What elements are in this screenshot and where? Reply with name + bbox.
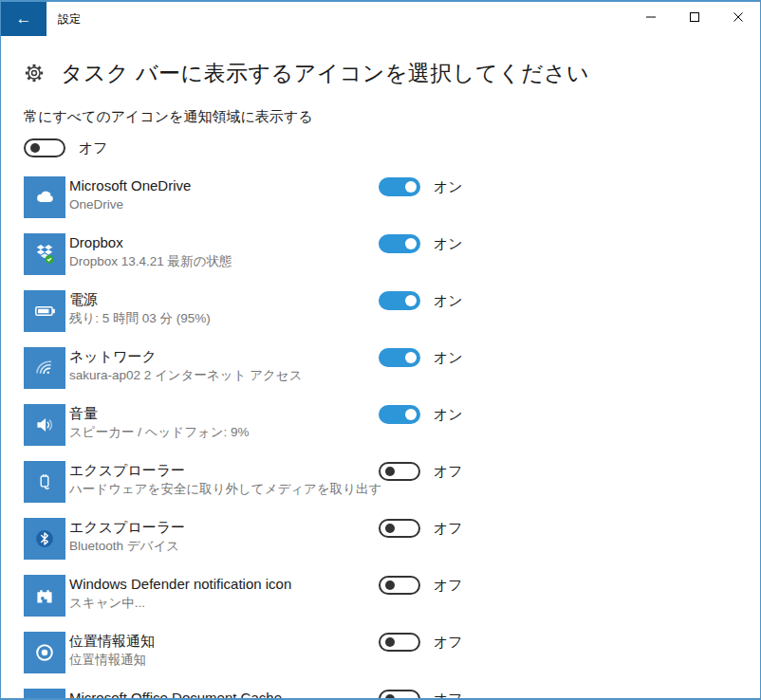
toggle-knob	[405, 409, 417, 420]
list-item-explorer-bluetooth: エクスプローラー Bluetooth デバイス オフ	[24, 510, 760, 567]
row-title: 位置情報通知	[69, 631, 155, 651]
toggle-knob	[385, 524, 395, 533]
page-header: タスク バーに表示するアイコンを選択してください	[24, 58, 760, 88]
app-tile	[24, 176, 65, 218]
office-cache-toggle[interactable]	[379, 690, 420, 700]
toggle-state-label: オン	[434, 235, 463, 253]
row-text: 電源 残り: 5 時間 03 分 (95%)	[69, 289, 211, 327]
row-text: エクスプローラー Bluetooth デバイス	[69, 517, 185, 555]
back-button[interactable]: ←	[1, 2, 46, 36]
toggle-knob	[405, 295, 417, 306]
app-tile	[24, 575, 65, 617]
app-tile	[24, 689, 65, 700]
bluetooth-icon	[32, 526, 57, 551]
toggle-knob	[405, 238, 417, 249]
toggle-knob	[385, 637, 395, 647]
minimize-button[interactable]	[629, 2, 673, 32]
master-toggle[interactable]	[24, 138, 65, 157]
list-item-volume: 音量 スピーカー / ヘッドフォン: 9% オン	[24, 396, 760, 453]
row-text: ネットワーク sakura-ap02 2 インターネット アクセス	[69, 346, 302, 384]
row-title: Microsoft Office Document Cache	[69, 688, 282, 700]
row-title: エクスプローラー	[69, 460, 381, 480]
row-subtitle: ハードウェアを安全に取り外してメディアを取り出す	[69, 480, 381, 498]
list-item-network: ネットワーク sakura-ap02 2 インターネット アクセス オン	[24, 340, 760, 396]
taskbar-icon-list: Microsoft OneDrive OneDrive オン	[24, 169, 760, 700]
row-title: Dropbox	[69, 232, 232, 252]
row-subtitle: OneDrive	[69, 195, 191, 213]
toggle-state-label: オフ	[434, 520, 463, 538]
usb-eject-icon	[32, 470, 57, 494]
row-toggle-group: オフ	[379, 690, 463, 700]
close-icon	[733, 11, 744, 23]
volume-toggle[interactable]	[379, 405, 420, 424]
maximize-icon	[689, 11, 700, 23]
toggle-knob	[385, 580, 395, 590]
explorer-bluetooth-toggle[interactable]	[379, 519, 420, 538]
row-title: 電源	[69, 289, 211, 309]
row-toggle-group: オン	[379, 177, 463, 196]
list-item-office-cache: Microsoft Office Document Cache オフ	[24, 681, 760, 700]
app-tile	[24, 404, 65, 446]
app-title: 設定	[58, 11, 81, 28]
toggle-state-label: オフ	[434, 463, 463, 481]
dropbox-toggle[interactable]	[379, 234, 420, 253]
row-subtitle: Bluetooth デバイス	[69, 537, 185, 555]
toggle-knob	[385, 694, 395, 700]
list-item-onedrive: Microsoft OneDrive OneDrive オン	[24, 169, 760, 226]
app-tile	[24, 461, 65, 503]
location-toggle[interactable]	[379, 633, 420, 652]
window-controls	[629, 2, 760, 32]
explorer-usb-toggle[interactable]	[379, 462, 420, 481]
location-icon	[32, 640, 57, 665]
list-item-power: 電源 残り: 5 時間 03 分 (95%) オン	[24, 283, 760, 340]
wifi-icon	[32, 356, 57, 380]
app-tile	[24, 518, 65, 560]
row-text: Microsoft Office Document Cache	[69, 688, 282, 700]
app-tile	[24, 233, 65, 275]
row-title: エクスプローラー	[69, 517, 185, 537]
dropbox-icon	[32, 242, 57, 267]
row-title: Windows Defender notification icon	[69, 574, 291, 594]
battery-icon	[32, 299, 57, 323]
list-item-dropbox: Dropbox Dropbox 13.4.21 最新の状態 オン	[24, 226, 760, 283]
maximize-button[interactable]	[673, 2, 716, 32]
close-button[interactable]	[716, 2, 760, 32]
list-item-explorer-usb: エクスプローラー ハードウェアを安全に取り外してメディアを取り出す オフ	[24, 453, 760, 510]
titlebar: ← 設定	[1, 2, 760, 38]
row-text: エクスプローラー ハードウェアを安全に取り外してメディアを取り出す	[69, 460, 381, 498]
row-toggle-group: オン	[379, 291, 463, 310]
settings-window: ← 設定	[0, 0, 761, 700]
toggle-state-label: オン	[434, 292, 463, 310]
network-toggle[interactable]	[379, 348, 420, 367]
row-subtitle: 残り: 5 時間 03 分 (95%)	[69, 309, 211, 327]
minimize-icon	[645, 11, 657, 23]
row-toggle-group: オフ	[379, 633, 463, 652]
row-subtitle: スキャン中...	[69, 594, 291, 612]
onedrive-cloud-icon	[32, 185, 57, 210]
toggle-knob	[30, 143, 40, 153]
row-title: 音量	[69, 403, 250, 423]
row-text: 位置情報通知 位置情報通知	[69, 631, 155, 669]
row-title: Microsoft OneDrive	[69, 175, 191, 195]
list-item-defender: Windows Defender notification icon スキャン中…	[24, 567, 760, 624]
app-tile	[24, 347, 65, 389]
power-toggle[interactable]	[379, 291, 420, 310]
toggle-state-label: オン	[434, 349, 463, 367]
page-title: タスク バーに表示するアイコンを選択してください	[61, 59, 589, 88]
row-subtitle: スピーカー / ヘッドフォン: 9%	[69, 423, 250, 441]
row-toggle-group: オン	[379, 405, 463, 424]
row-subtitle: Dropbox 13.4.21 最新の状態	[69, 252, 232, 270]
defender-toggle[interactable]	[379, 576, 420, 595]
toggle-state-label: オン	[434, 406, 463, 424]
master-toggle-state: オフ	[79, 139, 108, 157]
page-content: タスク バーに表示するアイコンを選択してください 常にすべてのアイコンを通知領域…	[1, 58, 760, 700]
row-text: Microsoft OneDrive OneDrive	[69, 175, 191, 213]
toggle-knob	[385, 467, 395, 476]
row-toggle-group: オフ	[379, 519, 463, 538]
onedrive-toggle[interactable]	[379, 177, 420, 196]
gear-icon	[24, 63, 45, 83]
app-tile	[24, 632, 65, 673]
list-item-location: 位置情報通知 位置情報通知 オフ	[24, 624, 760, 681]
toggle-state-label: オフ	[434, 634, 463, 652]
app-tile	[24, 290, 65, 332]
